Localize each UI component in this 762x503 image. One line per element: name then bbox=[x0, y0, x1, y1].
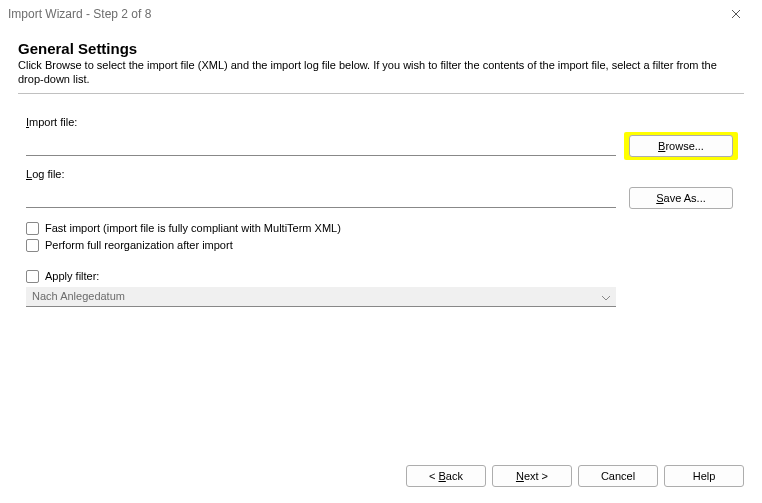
next-button[interactable]: Next > bbox=[492, 465, 572, 487]
close-icon bbox=[731, 9, 741, 19]
filter-selected-value: Nach Anlegedatum bbox=[32, 290, 125, 302]
import-file-input[interactable] bbox=[26, 136, 616, 156]
apply-filter-checkbox[interactable] bbox=[26, 270, 39, 283]
log-file-label: Log file: bbox=[26, 168, 740, 180]
cancel-button[interactable]: Cancel bbox=[578, 465, 658, 487]
chevron-down-icon bbox=[602, 291, 610, 303]
divider bbox=[18, 93, 744, 94]
import-file-label: Import file: bbox=[26, 116, 740, 128]
page-heading: General Settings bbox=[18, 40, 744, 57]
apply-filter-label: Apply filter: bbox=[45, 270, 99, 282]
page-subheading: Click Browse to select the import file (… bbox=[18, 59, 744, 87]
reorg-label: Perform full reorganization after import bbox=[45, 239, 233, 251]
close-button[interactable] bbox=[718, 2, 754, 26]
reorg-checkbox[interactable] bbox=[26, 239, 39, 252]
browse-highlight: Browse... bbox=[624, 132, 738, 160]
back-button[interactable]: < Back bbox=[406, 465, 486, 487]
save-as-button[interactable]: Save As... bbox=[629, 187, 733, 209]
fast-import-label: Fast import (import file is fully compli… bbox=[45, 222, 341, 234]
window-title: Import Wizard - Step 2 of 8 bbox=[8, 7, 151, 21]
browse-button[interactable]: Browse... bbox=[629, 135, 733, 157]
log-file-input[interactable] bbox=[26, 188, 616, 208]
fast-import-checkbox[interactable] bbox=[26, 222, 39, 235]
filter-select[interactable]: Nach Anlegedatum bbox=[26, 287, 616, 307]
help-button[interactable]: Help bbox=[664, 465, 744, 487]
